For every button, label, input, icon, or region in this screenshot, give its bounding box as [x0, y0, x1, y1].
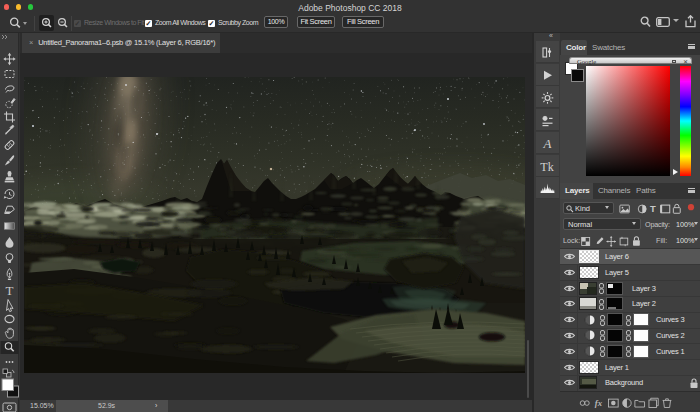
svg-text:A: A: [543, 136, 552, 151]
svg-text:T: T: [650, 203, 656, 214]
svg-text:Tk: Tk: [540, 160, 553, 174]
svg-text:T: T: [6, 283, 14, 298]
svg-text:fx: fx: [595, 398, 603, 408]
